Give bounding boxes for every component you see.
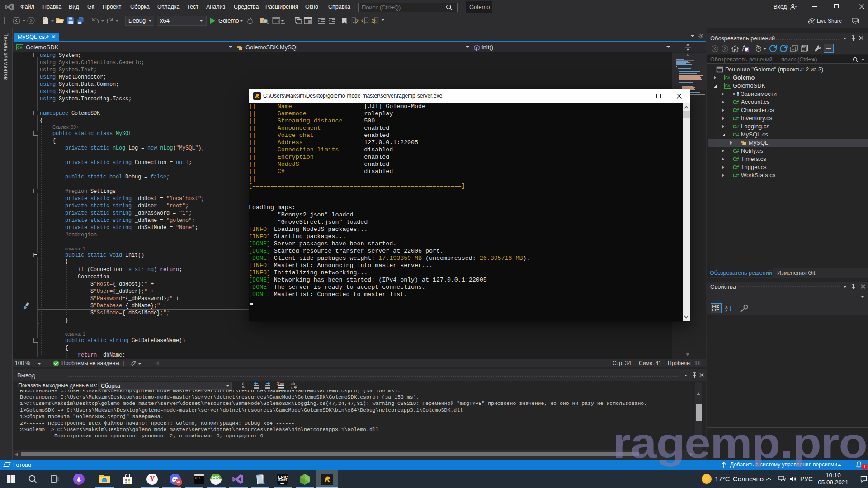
svg-text:c: c xyxy=(291,385,293,389)
svg-text:Z: Z xyxy=(725,309,727,313)
